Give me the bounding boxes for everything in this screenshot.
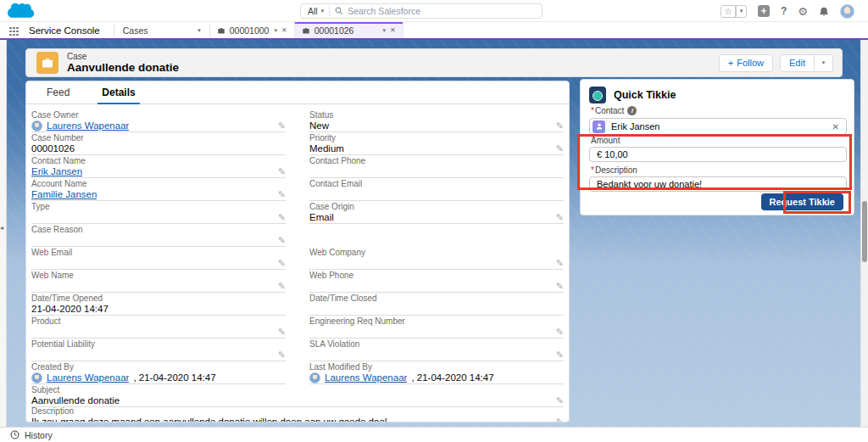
edit-pencil-icon[interactable]: ✎	[278, 327, 286, 337]
field-row: Type ✎ Case Origin Email ✎	[31, 202, 564, 225]
field-cell: Web Name ✎	[31, 271, 286, 294]
edit-pencil-icon[interactable]: ✎	[556, 144, 564, 154]
field-row: Case Number 00001026 Priority Medium ✎	[31, 133, 564, 156]
edit-pencil-icon[interactable]: ✎	[556, 259, 564, 268]
field-label: Contact Phone	[309, 156, 564, 166]
edit-pencil-icon[interactable]: ✎	[278, 350, 286, 360]
field-row: Product ✎ Engineering Req Number ✎	[31, 316, 564, 339]
help-icon[interactable]: ?	[781, 5, 787, 17]
tab-chevron-icon[interactable]: ▾	[275, 27, 278, 34]
notifications-bell-icon[interactable]	[819, 6, 829, 17]
field-label: Status	[309, 110, 564, 120]
field-value	[31, 350, 34, 360]
field-cell: Subject Aanvullende donatie ✎	[31, 385, 564, 406]
salesforce-logo[interactable]	[7, 2, 36, 24]
edit-pencil-icon[interactable]: ✎	[556, 350, 564, 360]
field-cell: Date/Time Closed	[309, 294, 564, 316]
quick-tikkie-panel: Quick Tikkie *Contact i Erik Jansen ✕ Am…	[580, 79, 854, 215]
field-value-link[interactable]: Erik Jansen	[31, 166, 82, 176]
favorites-dropdown-icon[interactable]: ▾	[736, 5, 747, 18]
edit-pencil-icon[interactable]: ✎	[556, 396, 564, 406]
search-scope-selector[interactable]: All ▾	[301, 6, 327, 16]
nav-item-cases[interactable]: Cases ▾	[114, 22, 209, 38]
follow-button[interactable]: + Follow	[719, 54, 773, 72]
edit-label: Edit	[789, 58, 805, 68]
field-label: SLA Violation	[309, 339, 564, 350]
tab-label: 00001000	[230, 25, 270, 36]
app-launcher-icon[interactable]	[9, 27, 19, 36]
field-value	[309, 166, 312, 176]
search-input[interactable]	[348, 5, 542, 17]
field-value: Medium	[309, 143, 344, 154]
field-row: Date/Time Opened 21-04-2020 14:47 Date/T…	[31, 294, 564, 316]
field-label: Date/Time Closed	[309, 294, 564, 304]
user-avatar[interactable]	[840, 4, 854, 19]
contact-lookup-pill[interactable]: Erik Jansen ✕	[589, 118, 847, 135]
tab-chevron-icon[interactable]: ▾	[383, 27, 387, 34]
edit-pencil-icon[interactable]: ✎	[556, 327, 564, 337]
favorite-star-icon[interactable]: ☆	[721, 5, 736, 18]
request-tikkie-button[interactable]: Request Tikkie	[761, 193, 843, 210]
tab-feed[interactable]: Feed	[47, 81, 70, 104]
more-actions-caret-icon[interactable]: ▾	[815, 54, 833, 72]
field-row: Account Name Familie Jansen ✎ Contact Em…	[31, 179, 564, 202]
favorites-control[interactable]: ☆ ▾	[721, 5, 747, 18]
edit-pencil-icon[interactable]: ✎	[278, 282, 286, 291]
contact-pill-value: Erik Jansen	[611, 121, 659, 131]
global-search[interactable]: All ▾	[300, 3, 542, 19]
edit-pencil-icon[interactable]: ✎	[278, 190, 286, 199]
edit-button[interactable]: Edit	[780, 54, 815, 72]
quick-create-icon[interactable]: +	[758, 5, 770, 17]
field-value: 21-04-2020 14:47	[31, 304, 108, 314]
field-label: Contact Name	[31, 156, 286, 166]
record-subtabs: Feed Details	[26, 81, 569, 104]
field-value-link[interactable]: Laurens Wapenaar	[325, 372, 407, 383]
collapse-left-panel[interactable]: ◂	[0, 40, 7, 427]
setup-gear-icon[interactable]: ⚙	[798, 5, 808, 18]
field-value	[31, 327, 34, 337]
edit-pencil-icon[interactable]: ✎	[556, 213, 564, 222]
field-cell: Potential Liability ✎	[31, 339, 286, 362]
tab-close-icon[interactable]: ✕	[390, 26, 396, 34]
vertical-scrollbar[interactable]	[860, 40, 868, 427]
tab-close-icon[interactable]: ✕	[281, 26, 287, 34]
workspace-tab-00001026[interactable]: 00001026 ▾ ✕	[295, 22, 403, 38]
edit-pencil-icon[interactable]: ✎	[556, 282, 564, 291]
edit-pencil-icon[interactable]: ✎	[278, 167, 286, 176]
field-row: Web Email ✎ Web Company ✎	[31, 248, 564, 271]
field-value-link[interactable]: Familie Jansen	[31, 189, 97, 199]
field-value-link[interactable]: Laurens Wapenaar	[47, 120, 129, 131]
field-cell: Web Email ✎	[31, 248, 286, 271]
field-cell: Last Modified By Laurens Wapenaar , 21-0…	[309, 362, 564, 385]
contact-field-label: *Contact i	[591, 106, 637, 115]
history-item[interactable]: History	[10, 430, 53, 440]
edit-pencil-icon[interactable]: ✎	[278, 213, 286, 222]
remove-contact-icon[interactable]: ✕	[832, 122, 839, 131]
field-label: Engineering Req Number	[309, 316, 564, 327]
field-row: Web Name ✎ Web Phone ✎	[31, 271, 564, 294]
field-cell: Priority Medium ✎	[309, 133, 564, 156]
edit-pencil-icon[interactable]: ✎	[556, 417, 564, 422]
field-cell: Type ✎	[31, 202, 286, 225]
console-tab-bar: Service Console Cases ▾ 00001000 ▾ ✕ 000…	[0, 22, 868, 38]
edit-pencil-icon[interactable]: ✎	[556, 121, 564, 131]
edit-pencil-icon[interactable]: ✎	[278, 236, 286, 245]
scrollbar-thumb[interactable]	[862, 201, 867, 262]
workspace-tab-00001000[interactable]: 00001000 ▾ ✕	[210, 22, 295, 38]
description-input[interactable]	[589, 176, 847, 192]
tikkie-app-icon	[589, 87, 606, 104]
field-value-link[interactable]: Laurens Wapenaar	[47, 372, 129, 383]
field-cell: SLA Violation ✎	[309, 339, 564, 362]
info-icon[interactable]: i	[627, 106, 637, 115]
console-accent-line	[0, 38, 868, 40]
amount-input[interactable]	[589, 147, 847, 162]
field-row: Potential Liability ✎ SLA Violation ✎	[31, 339, 564, 362]
edit-pencil-icon[interactable]: ✎	[278, 121, 286, 131]
utility-bar: History	[0, 427, 868, 442]
tab-details[interactable]: Details	[102, 81, 135, 104]
contact-icon	[593, 120, 605, 133]
field-label: Last Modified By	[309, 362, 564, 372]
field-value: Aanvullende donatie	[31, 395, 120, 406]
edit-pencil-icon[interactable]: ✎	[278, 259, 286, 268]
field-cell: Status New ✎	[309, 110, 564, 133]
